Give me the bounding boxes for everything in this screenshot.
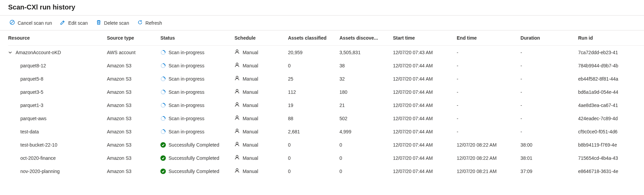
edit-scan-button[interactable]: Edit scan: [59, 19, 89, 27]
check-icon: [160, 169, 166, 174]
end-time-cell: -: [457, 112, 521, 125]
table-row[interactable]: parquet8-12Amazon S3Scan in-progressManu…: [8, 59, 644, 72]
col-header-schedule[interactable]: Schedule: [234, 30, 288, 46]
col-header-source-type[interactable]: Source type: [107, 30, 160, 46]
end-time-cell: 12/07/20 08:21 AM: [457, 165, 521, 178]
col-header-end[interactable]: End time: [457, 30, 521, 46]
end-time-cell: -: [457, 99, 521, 112]
person-icon: [234, 62, 240, 69]
end-time-cell: -: [457, 46, 521, 59]
svg-point-18: [236, 129, 238, 131]
schedule-label: Manual: [242, 63, 258, 68]
table-row[interactable]: test-dataAmazon S3Scan in-progressManual…: [8, 125, 644, 138]
table-row[interactable]: test-bucket-22-10Amazon S3Successfully C…: [8, 138, 644, 151]
assets-classified-cell: 20,959: [288, 46, 339, 59]
col-header-classified[interactable]: Assets classified: [288, 30, 339, 46]
duration-cell: -: [521, 59, 578, 72]
svg-point-6: [236, 50, 238, 52]
run-id-cell: 7ca72ddd-eb23-41: [578, 46, 644, 59]
run-id-cell: bd6a1a9d-054e-44: [578, 85, 644, 99]
svg-line-1: [11, 21, 14, 24]
duration-cell: -: [521, 72, 578, 85]
svg-point-8: [236, 63, 238, 65]
table-row[interactable]: AmazonAccount-oKDAWS accountScan in-prog…: [8, 46, 644, 59]
col-header-discovered[interactable]: Assets discove...: [339, 30, 393, 46]
spinner-icon: [160, 63, 166, 68]
run-id-cell: b8b94119-f769-4e: [578, 138, 644, 151]
start-time-cell: 12/07/20 07:44 AM: [393, 59, 457, 72]
start-time-cell: 12/07/20 07:44 AM: [393, 112, 457, 125]
svg-point-19: [236, 142, 238, 144]
source-type-cell: Amazon S3: [107, 99, 160, 112]
resource-name: nov-2020-planning: [20, 169, 60, 174]
resource-name: test-bucket-22-10: [20, 142, 57, 148]
table-row[interactable]: parquet3-5Amazon S3Scan in-progressManua…: [8, 85, 644, 99]
duration-cell: 38:00: [521, 138, 578, 151]
source-type-cell: Amazon S3: [107, 151, 160, 165]
person-icon: [234, 115, 240, 122]
spinner-icon: [160, 89, 166, 95]
col-header-runid[interactable]: Run id: [578, 30, 644, 46]
assets-discovered-cell: 38: [339, 59, 393, 72]
person-icon: [234, 155, 240, 161]
status-label: Scan in-progress: [169, 89, 204, 95]
chevron-down-icon[interactable]: [8, 50, 14, 55]
spinner-icon: [160, 76, 166, 82]
assets-classified-cell: 112: [288, 85, 339, 99]
status-label: Scan in-progress: [169, 103, 204, 108]
duration-cell: 37:09: [521, 165, 578, 178]
delete-scan-button[interactable]: Delete scan: [95, 19, 131, 27]
run-id-cell: eb44f582-8f81-44a: [578, 72, 644, 85]
svg-point-12: [236, 89, 238, 91]
assets-discovered-cell: 3,505,831: [339, 46, 393, 59]
source-type-cell: Amazon S3: [107, 85, 160, 99]
table-row[interactable]: parquet1-3Amazon S3Scan in-progressManua…: [8, 99, 644, 112]
run-id-cell: cf9c0ce0-f051-4d6: [578, 125, 644, 138]
table-row[interactable]: parquet5-8Amazon S3Scan in-progressManua…: [8, 72, 644, 85]
spinner-icon: [160, 129, 166, 134]
source-type-cell: Amazon S3: [107, 165, 160, 178]
col-header-resource[interactable]: Resource: [8, 30, 107, 46]
schedule-label: Manual: [242, 155, 258, 161]
person-icon: [234, 102, 240, 108]
refresh-label: Refresh: [145, 20, 162, 26]
person-icon: [234, 89, 240, 95]
svg-point-16: [236, 116, 238, 118]
check-icon: [160, 155, 166, 161]
table-row[interactable]: oct-2020-financeAmazon S3Successfully Co…: [8, 151, 644, 165]
assets-classified-cell: 0: [288, 151, 339, 165]
col-header-status[interactable]: Status: [160, 30, 234, 46]
schedule-label: Manual: [242, 169, 258, 174]
table-row[interactable]: parquet-awsAmazon S3Scan in-progressManu…: [8, 112, 644, 125]
status-label: Scan in-progress: [169, 63, 204, 68]
status-label: Scan in-progress: [169, 50, 204, 55]
person-icon: [234, 128, 240, 135]
assets-discovered-cell: 502: [339, 112, 393, 125]
start-time-cell: 12/07/20 07:44 AM: [393, 151, 457, 165]
col-header-duration[interactable]: Duration: [521, 30, 578, 46]
end-time-cell: -: [457, 85, 521, 99]
schedule-label: Manual: [242, 50, 258, 55]
schedule-label: Manual: [242, 76, 258, 82]
status-label: Scan in-progress: [169, 129, 204, 134]
schedule-label: Manual: [242, 142, 258, 148]
schedule-label: Manual: [242, 116, 258, 121]
toolbar: Cancel scan run Edit scan Delete scan Re…: [0, 16, 644, 30]
assets-classified-cell: 19: [288, 99, 339, 112]
refresh-icon: [137, 20, 143, 26]
person-icon: [234, 142, 240, 148]
refresh-button[interactable]: Refresh: [136, 19, 163, 27]
spinner-icon: [160, 50, 166, 55]
page-title: Scan-CXl run history: [0, 0, 644, 15]
person-icon: [234, 168, 240, 174]
status-label: Successfully Completed: [169, 155, 219, 161]
schedule-label: Manual: [242, 129, 258, 134]
cancel-scan-button[interactable]: Cancel scan run: [8, 19, 53, 27]
table-row[interactable]: nov-2020-planningAmazon S3Successfully C…: [8, 165, 644, 178]
duration-cell: -: [521, 125, 578, 138]
assets-discovered-cell: 0: [339, 151, 393, 165]
assets-classified-cell: 0: [288, 59, 339, 72]
svg-point-14: [236, 103, 238, 105]
edit-icon: [60, 20, 65, 26]
col-header-start[interactable]: Start time: [393, 30, 457, 46]
